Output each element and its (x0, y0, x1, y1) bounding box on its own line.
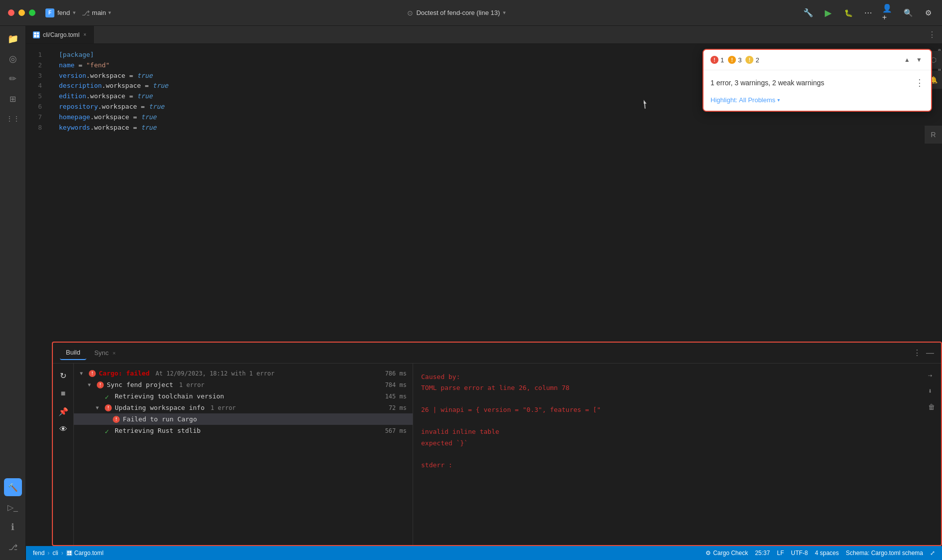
sidebar-item-run[interactable]: ⋮⋮ (4, 110, 22, 128)
tree-item-stdlib[interactable]: ▼ ✓ Retrieving Rust stdlib 567 ms (74, 425, 413, 436)
tool-eye[interactable]: 👁 (56, 422, 70, 436)
updating-label: Updating workspace info (115, 404, 205, 411)
project-selector[interactable]: F fend ▾ (45, 8, 76, 17)
sidebar-item-terminal[interactable]: ▷_ (4, 498, 22, 516)
cargo-time: 786 ms (385, 370, 407, 377)
tool-stop[interactable]: ■ (56, 386, 70, 400)
panel-minimize-icon[interactable]: — (926, 349, 934, 358)
panel-actions: ⋮ — (913, 348, 934, 358)
status-cargo-check[interactable]: ⚙ Cargo Check (706, 550, 748, 557)
tree-item-toolchain[interactable]: ▼ ✓ Retrieving toolchain version 145 ms (74, 390, 413, 402)
add-profile-icon[interactable]: 👤+ (882, 7, 894, 19)
highlight-dropdown-icon: ▾ (777, 97, 780, 103)
cargo-chevron: ▼ (80, 371, 86, 376)
tool-pin[interactable]: 📌 (56, 404, 70, 418)
tree-item-cargo[interactable]: ▼ ! Cargo: failed At 12/09/2023, 18:12 w… (74, 368, 413, 379)
weak-warning-count: 2 (755, 56, 759, 64)
tree-item-sync[interactable]: ▼ ! Sync fend project 1 error 784 ms (74, 379, 413, 390)
gear-icon: ⚙ (706, 550, 711, 557)
output-panel[interactable]: Caused by: TOML parse error at line 26, … (413, 364, 941, 545)
sync-errors: 1 error (179, 381, 205, 388)
updating-chevron: ▼ (96, 405, 102, 410)
output-line-2: TOML parse error at line 26, column 78 (421, 382, 933, 393)
tool-refresh[interactable]: ↻ (56, 369, 70, 382)
tab-build[interactable]: Build (60, 346, 86, 360)
status-line-ending[interactable]: LF (777, 550, 784, 557)
problems-more-icon[interactable]: ⋮ (915, 77, 924, 88)
code-line-7: homepage.workspace = true (51, 112, 936, 123)
highlight-all-problems[interactable]: Highlight: All Problems ▾ (710, 96, 924, 104)
sidebar-item-git[interactable]: ⎇ (4, 538, 22, 556)
close-button[interactable] (8, 9, 14, 16)
panel-more-icon[interactable]: ⋮ (913, 348, 921, 358)
panel-tabs: Build Sync × ⋮ — (53, 343, 941, 364)
failed-error-icon: ! (113, 416, 120, 423)
status-schema[interactable]: Schema: Cargo.toml schema (846, 550, 923, 557)
tab-close-button[interactable]: × (83, 32, 86, 37)
rust-icon[interactable]: R (924, 126, 942, 144)
output-wrap-icon[interactable]: ⇢ (928, 370, 935, 381)
tuner-icon[interactable]: 🔧 (802, 7, 814, 19)
editor-area: cli/Cargo.toml × ⋮ 1 2 3 4 5 6 7 8 [pack… (26, 26, 942, 560)
tab-sync[interactable]: Sync × (88, 346, 122, 360)
status-encoding[interactable]: UTF-8 (791, 550, 808, 557)
sidebar-item-info[interactable]: ℹ (4, 518, 22, 536)
status-indent[interactable]: 4 spaces (815, 550, 839, 557)
problems-panel: ! 1 ! 3 ! 2 ▲ ▼ (703, 49, 932, 112)
status-position[interactable]: 25:37 (755, 550, 770, 557)
sync-time: 784 ms (385, 381, 407, 388)
output-clear-icon[interactable]: 🗑 (928, 401, 935, 413)
sync-tab-close[interactable]: × (112, 350, 115, 356)
tree-item-updating[interactable]: ▼ ! Updating workspace info 1 error 72 m… (74, 402, 413, 413)
problems-summary-text: 1 error, 3 warnings, 2 weak warnings (710, 79, 824, 87)
branch-selector[interactable]: ⎇ main ▾ (82, 9, 111, 17)
project-dropdown-icon: ▾ (73, 9, 76, 16)
main-layout: 📁 ◎ ✏ ⊞ ⋮⋮ 🔨 ▷_ ℹ ⎇ cli/Cargo.toml × ⋮ (0, 26, 942, 560)
sidebar-item-build[interactable]: 🔨 (4, 478, 22, 496)
problems-next[interactable]: ▼ (914, 55, 924, 65)
toolchain-success-icon: ✓ (105, 393, 112, 400)
cargo-toml-icon (33, 31, 40, 38)
output-line-5 (421, 415, 933, 426)
play-button[interactable]: ▶ (822, 7, 834, 19)
tab-label: cli/Cargo.toml (43, 31, 79, 38)
status-expand[interactable]: ⤢ (930, 550, 935, 557)
problems-nav: ▲ ▼ (902, 55, 924, 65)
output-scroll-bottom-icon[interactable]: ⬇ (928, 385, 935, 397)
sync-error-icon: ! (97, 381, 104, 388)
editor-tab[interactable]: cli/Cargo.toml × (26, 26, 94, 43)
sidebar-item-explorer[interactable]: 📁 (4, 30, 22, 48)
line-numbers: 1 2 3 4 5 6 7 8 (26, 44, 51, 560)
warning-icon: ! (728, 56, 736, 64)
toolchain-label: Retrieving toolchain version (115, 392, 224, 400)
status-bar: fend › cli › Cargo.toml ⚙ Carg (26, 546, 942, 560)
tree-item-failed[interactable]: ▼ ! Failed to run Cargo (74, 413, 413, 425)
run-config-icon: ⊙ (407, 9, 413, 17)
sidebar-item-edit[interactable]: ✏ (4, 70, 22, 88)
status-breadcrumb[interactable]: fend › cli › Cargo.toml (33, 550, 103, 557)
sidebar-item-vcs[interactable]: ◎ (4, 50, 22, 68)
updating-error-icon: ! (105, 404, 112, 411)
output-line-6: invalid inline table (421, 426, 933, 437)
sidebar-item-plugins[interactable]: ⊞ (4, 90, 22, 108)
warning-badge: ! 3 (728, 56, 741, 64)
problems-prev[interactable]: ▲ (902, 55, 912, 65)
maximize-button[interactable] (29, 9, 35, 16)
error-badge: ! 1 (710, 56, 724, 64)
tab-menu-icon[interactable]: ⋮ (928, 30, 936, 39)
status-right: ⚙ Cargo Check 25:37 LF UTF-8 4 spaces Sc… (706, 550, 935, 557)
warning-count: 3 (738, 56, 741, 64)
titlebar-center: ⊙ Doctest of fend-core (line 13) ▾ (117, 9, 797, 17)
encoding-label: UTF-8 (791, 550, 808, 557)
tab-bar: cli/Cargo.toml × ⋮ (26, 26, 942, 44)
minimize-button[interactable] (18, 9, 25, 16)
search-icon[interactable]: 🔍 (902, 7, 914, 19)
settings-icon[interactable]: ⚙ (922, 7, 934, 19)
debug-icon[interactable]: 🐛 (842, 7, 854, 19)
more-actions-icon[interactable]: ⋯ (862, 7, 874, 19)
error-count: 1 (720, 56, 724, 64)
sidebar: 📁 ◎ ✏ ⊞ ⋮⋮ 🔨 ▷_ ℹ ⎇ (0, 26, 26, 560)
project-name: fend (57, 9, 70, 16)
run-config[interactable]: ⊙ Doctest of fend-core (line 13) ▾ (407, 9, 506, 17)
output-line-7: expected `}` (421, 438, 933, 449)
